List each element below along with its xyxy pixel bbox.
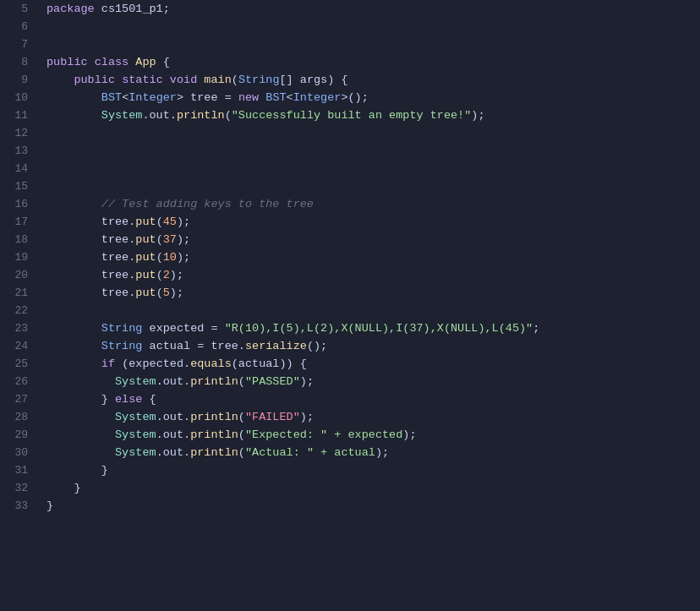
line-number-33: 33 <box>0 497 28 515</box>
line-number-17: 17 <box>0 213 28 231</box>
line-number-8: 8 <box>0 53 28 71</box>
code-line-7 <box>46 35 700 53</box>
line-number-24: 24 <box>0 337 28 355</box>
code-line-25: if (expected.equals(actual)) { <box>46 355 700 373</box>
line-number-14: 14 <box>0 160 28 177</box>
code-line-23: String expected = "R(10),I(5),L(2),X(NUL… <box>46 319 700 337</box>
line-number-11: 11 <box>0 106 28 124</box>
code-line-31: } <box>46 461 700 479</box>
code-line-9: public static void main(String[] args) { <box>46 71 700 89</box>
code-line-28: System.out.println("FAILED"); <box>46 408 700 426</box>
code-line-22 <box>46 302 700 319</box>
code-line-29: System.out.println("Expected: " + expect… <box>46 426 700 444</box>
code-line-11: System.out.println("Successfully built a… <box>46 106 700 124</box>
code-line-8: public class App { <box>46 53 700 71</box>
line-number-5: 5 <box>0 0 28 18</box>
line-number-15: 15 <box>0 177 28 195</box>
code-line-16: // Test adding keys to the tree <box>46 195 700 213</box>
line-number-28: 28 <box>0 408 28 426</box>
line-number-31: 31 <box>0 461 28 479</box>
code-line-26: System.out.println("PASSED"); <box>46 373 700 390</box>
line-number-26: 26 <box>0 373 28 390</box>
line-number-18: 18 <box>0 231 28 248</box>
line-number-29: 29 <box>0 426 28 444</box>
line-number-20: 20 <box>0 266 28 284</box>
line-number-21: 21 <box>0 284 28 302</box>
code-line-15 <box>46 177 700 195</box>
code-line-33: } <box>46 497 700 515</box>
code-line-5: package cs1501_p1; <box>46 0 700 18</box>
code-line-6 <box>46 18 700 35</box>
code-line-20: tree.put(2); <box>46 266 700 284</box>
line-numbers: 5678910111213141516171819202122232425262… <box>0 0 38 611</box>
code-line-17: tree.put(45); <box>46 213 700 231</box>
line-number-7: 7 <box>0 35 28 53</box>
line-number-16: 16 <box>0 195 28 213</box>
code-line-27: } else { <box>46 390 700 408</box>
code-line-18: tree.put(37); <box>46 231 700 248</box>
line-number-23: 23 <box>0 319 28 337</box>
line-number-13: 13 <box>0 142 28 160</box>
line-number-19: 19 <box>0 248 28 266</box>
line-number-22: 22 <box>0 302 28 319</box>
line-number-25: 25 <box>0 355 28 373</box>
line-number-6: 6 <box>0 18 28 35</box>
line-number-10: 10 <box>0 89 28 106</box>
line-number-9: 9 <box>0 71 28 89</box>
code-area[interactable]: package cs1501_p1; public class App { pu… <box>38 0 700 611</box>
code-line-14 <box>46 160 700 177</box>
code-line-10: BST<Integer> tree = new BST<Integer>(); <box>46 89 700 106</box>
code-line-24: String actual = tree.serialize(); <box>46 337 700 355</box>
line-number-30: 30 <box>0 444 28 461</box>
code-line-13 <box>46 142 700 160</box>
code-line-21: tree.put(5); <box>46 284 700 302</box>
code-line-19: tree.put(10); <box>46 248 700 266</box>
line-number-32: 32 <box>0 479 28 497</box>
editor: 5678910111213141516171819202122232425262… <box>0 0 700 611</box>
line-number-27: 27 <box>0 390 28 408</box>
code-line-32: } <box>46 479 700 497</box>
code-line-12 <box>46 124 700 142</box>
line-number-12: 12 <box>0 124 28 142</box>
code-line-30: System.out.println("Actual: " + actual); <box>46 444 700 461</box>
